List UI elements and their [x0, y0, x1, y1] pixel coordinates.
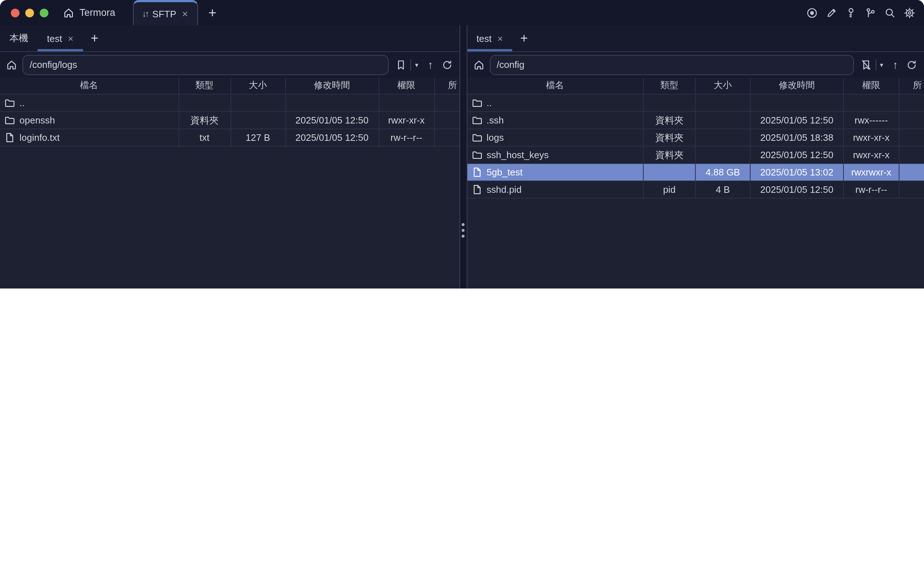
- file-size-cell: 4.88 GB: [696, 164, 751, 181]
- file-row[interactable]: sshd.pidpid4 B2025/01/05 12:50rw-r--r--: [467, 181, 924, 198]
- file-type-cell: 資料夾: [644, 129, 696, 146]
- file-size-cell: [696, 112, 751, 129]
- refresh-icon[interactable]: [906, 59, 918, 71]
- app-home-tab[interactable]: Termora: [60, 0, 132, 25]
- column-header-size[interactable]: 大小: [231, 77, 286, 94]
- tab-local[interactable]: 本機: [0, 25, 37, 51]
- chevron-down-icon[interactable]: ▾: [415, 61, 418, 69]
- left-path-input[interactable]: /config/logs: [23, 55, 389, 75]
- up-directory-button[interactable]: ↑: [425, 59, 436, 71]
- file-name-cell: 5gb_test: [467, 164, 644, 181]
- right-path-input[interactable]: /config: [489, 55, 854, 75]
- tab-sftp-label: SFTP: [152, 8, 176, 19]
- new-main-tab-button[interactable]: +: [208, 6, 216, 19]
- file-icon: [4, 132, 15, 143]
- sftp-split-view: 本機 test × + /config/logs ▾ ↑: [0, 25, 924, 288]
- file-row[interactable]: loginfo.txttxt127 B2025/01/05 12:50rw-r-…: [0, 129, 459, 147]
- column-header-name[interactable]: 檔名: [0, 77, 179, 94]
- new-right-tab-button[interactable]: +: [512, 25, 536, 51]
- file-mtime-cell: 2025/01/05 12:50: [751, 112, 844, 129]
- file-row[interactable]: openssh資料夾2025/01/05 12:50rwxr-xr-x: [0, 112, 459, 129]
- close-window-button[interactable]: [11, 8, 19, 17]
- file-name-label: openssh: [19, 115, 55, 126]
- home-icon[interactable]: [473, 59, 484, 71]
- up-directory-button[interactable]: ↑: [890, 59, 901, 71]
- tab-sftp[interactable]: ↓↑ SFTP ×: [132, 0, 198, 25]
- tab-close-icon[interactable]: ×: [68, 33, 73, 44]
- left-pane: 本機 test × + /config/logs ▾ ↑: [0, 25, 459, 288]
- folder-icon: [471, 115, 482, 126]
- titlebar: Termora ↓↑ SFTP × +: [0, 0, 924, 25]
- file-mtime-cell: 2025/01/05 12:50: [751, 147, 844, 163]
- tab-test-left[interactable]: test ×: [37, 25, 83, 51]
- file-name-label: logs: [487, 132, 504, 143]
- tab-test-label: test: [47, 33, 62, 44]
- branch-icon[interactable]: [865, 7, 876, 18]
- file-owner-cell: [435, 129, 459, 146]
- column-header-owner[interactable]: 所: [435, 77, 459, 94]
- file-icon: [471, 184, 482, 195]
- column-header-type[interactable]: 類型: [179, 77, 231, 94]
- file-perm-cell: [844, 95, 900, 111]
- file-row[interactable]: ..: [0, 95, 459, 112]
- file-perm-cell: rwx------: [844, 112, 900, 129]
- file-icon: [471, 167, 482, 178]
- file-name-cell: ssh_host_keys: [467, 147, 644, 163]
- folder-icon: [471, 132, 482, 143]
- zoom-window-button[interactable]: [40, 8, 48, 17]
- settings-icon[interactable]: [904, 7, 915, 18]
- column-header-size[interactable]: 大小: [696, 77, 751, 94]
- file-mtime-cell: 2025/01/05 12:50: [286, 129, 379, 146]
- folder-icon: [4, 97, 15, 108]
- minimize-window-button[interactable]: [25, 8, 34, 17]
- divider: [876, 59, 876, 71]
- bookmark-slash-icon[interactable]: [860, 59, 872, 71]
- column-header-mtime[interactable]: 修改時間: [286, 77, 379, 94]
- chevron-down-icon[interactable]: ▾: [880, 61, 883, 69]
- record-icon[interactable]: [806, 7, 818, 18]
- folder-icon: [471, 97, 482, 108]
- file-size-cell: [696, 147, 751, 163]
- file-row[interactable]: 5gb_test4.88 GB2025/01/05 13:02rwxrwxr-x: [467, 164, 924, 181]
- file-mtime-cell: 2025/01/05 18:38: [751, 129, 844, 146]
- new-left-tab-button[interactable]: +: [83, 25, 106, 51]
- file-perm-cell: rwxr-xr-x: [844, 129, 900, 146]
- file-row[interactable]: logs資料夾2025/01/05 18:38rwxr-xr-x: [467, 129, 924, 147]
- column-header-owner[interactable]: 所: [900, 77, 924, 94]
- left-file-table: 檔名 類型 大小 修改時間 權限 所 ..openssh資料夾2025/01/0…: [0, 77, 459, 288]
- left-bookmark-split-button[interactable]: ▾: [394, 59, 420, 71]
- refresh-icon[interactable]: [441, 59, 453, 71]
- column-header-perm[interactable]: 權限: [379, 77, 435, 94]
- column-header-name[interactable]: 檔名: [467, 77, 644, 94]
- left-table-header: 檔名 類型 大小 修改時間 權限 所: [0, 77, 459, 95]
- pane-divider[interactable]: [459, 25, 467, 288]
- file-size-cell: [231, 95, 286, 111]
- file-name-cell: openssh: [0, 112, 179, 129]
- column-header-mtime[interactable]: 修改時間: [751, 77, 844, 94]
- key-icon[interactable]: [845, 7, 857, 18]
- file-mtime-cell: 2025/01/05 12:50: [751, 181, 844, 198]
- right-table-header: 檔名 類型 大小 修改時間 權限 所: [467, 77, 924, 95]
- file-name-label: loginfo.txt: [19, 132, 60, 143]
- file-mtime-cell: 2025/01/05 13:02: [751, 164, 844, 181]
- column-header-perm[interactable]: 權限: [844, 77, 900, 94]
- file-owner-cell: [900, 181, 924, 198]
- file-type-cell: [644, 164, 696, 181]
- column-header-type[interactable]: 類型: [644, 77, 696, 94]
- edit-icon[interactable]: [826, 7, 837, 18]
- tab-close-icon[interactable]: ×: [497, 33, 503, 44]
- right-bookmark-split-button[interactable]: ▾: [859, 59, 885, 71]
- bookmark-icon[interactable]: [395, 59, 407, 71]
- divider-drag-handle-icon[interactable]: [462, 223, 464, 237]
- right-pathbar: /config ▾ ↑: [467, 52, 924, 77]
- file-row[interactable]: .ssh資料夾2025/01/05 12:50rwx------: [467, 112, 924, 129]
- file-row[interactable]: ssh_host_keys資料夾2025/01/05 12:50rwxr-xr-…: [467, 147, 924, 164]
- file-type-cell: [179, 95, 231, 111]
- search-icon[interactable]: [884, 7, 896, 18]
- tab-close-icon[interactable]: ×: [182, 8, 188, 19]
- file-row[interactable]: ..: [467, 95, 924, 112]
- file-name-cell: logs: [467, 129, 644, 146]
- home-icon[interactable]: [6, 59, 17, 71]
- file-size-cell: 127 B: [231, 129, 286, 146]
- tab-test-right[interactable]: test ×: [467, 25, 512, 51]
